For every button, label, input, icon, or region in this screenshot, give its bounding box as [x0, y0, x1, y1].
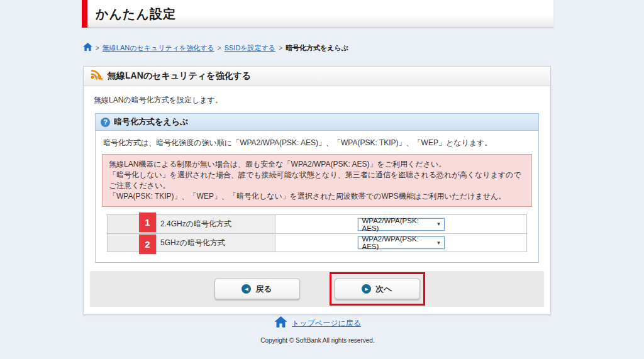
table-row: 5GHzの暗号化方式 WPA2/WPA(PSK: AES) ▼	[108, 233, 526, 251]
table-row: 2.4GHzの暗号化方式 WPA2/WPA(PSK: AES) ▼	[108, 215, 526, 233]
intro-text: 無線LANの暗号化方式を設定します。	[84, 86, 550, 113]
encryption-box-title: 暗号化方式をえらぶ	[114, 116, 188, 128]
wireless-key-icon	[90, 69, 103, 84]
warning-line: 「暗号化しない」を選択された場合、誰でも接続可能な状態となり、第三者に通信を盗聴…	[109, 170, 525, 191]
next-arrow-icon: ▶	[362, 284, 371, 294]
breadcrumb-separator: >	[96, 45, 99, 52]
breadcrumb: > 無線LANのセキュリティを強化する > SSIDを設定する > 暗号化方式を…	[83, 43, 348, 53]
breadcrumb-link-security[interactable]: 無線LANのセキュリティを強化する	[103, 43, 214, 53]
row-value-cell: WPA2/WPA(PSK: AES) ▼	[275, 215, 526, 233]
page-column: かんたん設定 > 無線LANのセキュリティを強化する > SSIDを設定する >…	[82, 0, 553, 28]
encryption-box-header: ? 暗号化方式をえらぶ	[96, 114, 538, 131]
row-label-5ghz: 5GHzの暗号化方式	[140, 234, 275, 251]
selected-value: WPA2/WPA(PSK: AES)	[362, 235, 436, 250]
warning-box: 無線LAN機器による制限が無い場合は、最も安全な「WPA2/WPA(PSK: A…	[102, 154, 532, 207]
encryption-box: ? 暗号化方式をえらぶ 暗号化方式は、暗号化強度の強い順に「WPA2/WPA(P…	[95, 113, 539, 263]
main-panel: 無線LANのセキュリティを強化する 無線LANの暗号化方式を設定します。 ? 暗…	[83, 66, 551, 315]
warning-line: 「WPA(PSK: TKIP)」、「WEP」、「暗号化しない」を選択された周波数…	[109, 191, 525, 202]
encryption-select-5ghz[interactable]: WPA2/WPA(PSK: AES) ▼	[358, 236, 445, 249]
chevron-down-icon: ▼	[436, 240, 441, 246]
section-title: 無線LANのセキュリティを強化する	[108, 70, 251, 82]
encryption-description: 暗号化方式は、暗号化強度の強い順に「WPA2/WPA(PSK: AES)」、「W…	[102, 138, 532, 148]
row-number-cell	[108, 234, 140, 251]
row-number-cell	[108, 215, 140, 233]
breadcrumb-current: 暗号化方式をえらぶ	[286, 43, 348, 53]
row-value-cell: WPA2/WPA(PSK: AES) ▼	[275, 234, 526, 251]
breadcrumb-link-ssid[interactable]: SSIDを設定する	[225, 43, 275, 53]
next-button[interactable]: ▶ 次へ	[335, 279, 420, 299]
header-accent-bar	[82, 0, 87, 28]
row-label-2-4ghz: 2.4GHzの暗号化方式	[140, 215, 275, 233]
back-button-label: 戻る	[255, 284, 272, 295]
page-title: かんたん設定	[96, 6, 176, 23]
copyright-text: Copyright © SoftBank All rights reserved…	[0, 337, 635, 344]
warning-line: 無線LAN機器による制限が無い場合は、最も安全な「WPA2/WPA(PSK: A…	[109, 159, 525, 170]
home-icon[interactable]	[83, 43, 92, 53]
encryption-select-2-4ghz[interactable]: WPA2/WPA(PSK: AES) ▼	[358, 218, 445, 231]
footer-top-link: トップページに戻る	[0, 316, 635, 331]
help-icon: ?	[101, 118, 110, 127]
breadcrumb-separator: >	[218, 45, 221, 52]
chevron-down-icon: ▼	[436, 221, 441, 227]
step-badge-1: 1	[139, 213, 156, 232]
selected-value: WPA2/WPA(PSK: AES)	[362, 217, 436, 232]
back-button[interactable]: ◀ 戻る	[214, 279, 300, 299]
breadcrumb-separator: >	[279, 45, 282, 52]
home-icon	[274, 316, 287, 331]
step-badge-2: 2	[139, 235, 156, 254]
next-button-label: 次へ	[375, 284, 392, 295]
page-header: かんたん設定	[82, 0, 553, 28]
button-band: ◀ 戻る ▶ 次へ	[90, 271, 544, 307]
encryption-table: 2.4GHzの暗号化方式 WPA2/WPA(PSK: AES) ▼ 5GHzの暗…	[107, 214, 527, 252]
section-header: 無線LANのセキュリティを強化する	[84, 67, 550, 86]
back-arrow-icon: ◀	[242, 284, 251, 294]
top-page-link[interactable]: トップページに戻る	[292, 318, 361, 329]
